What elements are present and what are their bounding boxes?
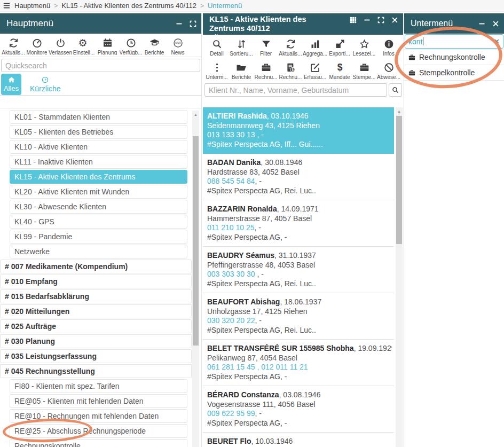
breadcrumb-item-kl15[interactable]: KL15 - Aktive Klienten des Zentrums 40/1… (61, 2, 196, 10)
toolbar-button-planung[interactable]: Planung (96, 35, 119, 57)
close-icon[interactable] (492, 20, 500, 28)
folder-icon (236, 62, 247, 73)
client-search-button[interactable] (389, 83, 402, 97)
menu-item-045-rechnungsstellung[interactable]: # 045 Rechnungsstellung (0, 364, 192, 378)
grid-icon[interactable] (349, 16, 357, 24)
client-row-object-object[interactable]: BAZZARIN Ronalda14.09.1971 Hammerstrasse… (203, 200, 394, 247)
client-row-object-object[interactable]: BEAUDRY Séamus31.10.1937 Pfeffingerstras… (203, 247, 394, 293)
client-list-scrollbar[interactable]: ▲ (396, 107, 403, 447)
menu-item-025-auftr-ge[interactable]: # 025 Aufträge (0, 319, 192, 333)
menu-item-kl20-aktive-klienten-mit-wunden[interactable]: KL20 - Aktive Klienten mit Wunden (10, 185, 187, 199)
menu-item-label: KL05 - Klienten des Betriebes (14, 128, 113, 136)
menu-item-015-bedarfsabkl-rung[interactable]: # 015 Bedarfsabklärung (0, 289, 192, 303)
menu-item-kl10-aktive-klienten[interactable]: KL10 - Aktive Klienten (10, 140, 187, 154)
client-row-object-object[interactable]: ALTIERI Rashida03.10.1946 Seidenmannweg … (203, 107, 394, 154)
scroll-up-icon[interactable]: ▲ (396, 107, 403, 115)
maximize-icon[interactable] (189, 20, 197, 28)
submenu-search-input[interactable]: kont (405, 34, 503, 49)
application-window: Hauptmenü > KL15 - Aktive Klienten des Z… (0, 0, 504, 447)
menu-item-netzwerke[interactable]: Netzwerke (10, 245, 187, 258)
menu-item-020-mitteilungen[interactable]: # 020 Mitteilungen (0, 304, 192, 318)
toolbar-button-erfassu[interactable]: Erfassu... (303, 60, 327, 82)
menu-item-re-05-klienten-mit-fehlenden-daten[interactable]: RE@05 - Klienten mit fehlenden Daten (10, 394, 187, 408)
menu-item-re-25-abschluss-rechnungsperiode[interactable]: RE@25 - Abschluss Rechnungsperiode (10, 424, 187, 438)
menu-item-010-empfang[interactable]: # 010 Empfang (0, 275, 192, 288)
toolbar-button-rechnu[interactable]: Rechnu... (254, 60, 278, 82)
breadcrumb-item-untermenu[interactable]: Untermenü (208, 2, 242, 10)
client-row-object-object[interactable]: BÉRARD Constanza03.08.1946 Vogesenstrass… (203, 386, 394, 433)
breadcrumb-item-hauptmenu[interactable]: Hauptmenü (14, 2, 50, 10)
client-phone-link[interactable]: 011 210 10 25 (207, 223, 255, 232)
client-toolbar-row1: Detail Sortieru... Filter Aktualis... Ag… (203, 35, 403, 58)
toolbar-button-rechnu[interactable]: $ Rechnu... (278, 60, 303, 82)
scroll-up-icon[interactable]: ▲ (192, 111, 199, 118)
menu-item-fi80-klienten-mit-spez-tarifen[interactable]: FI80 - Klienten mit spez. Tarifen (10, 379, 187, 393)
toolbar-button-berichte[interactable]: Berichte (229, 60, 254, 82)
toolbar-button-label: Berichte (145, 50, 164, 55)
menu-item-rechnungskontrolle[interactable]: Rechnungskontrolle (10, 439, 187, 447)
client-phone-link[interactable]: 088 545 54 84 (207, 177, 255, 185)
toolbar-button-abwese[interactable]: Abwese... (376, 60, 401, 82)
submenu-item-stempelkontrolle[interactable]: Stempelkontrolle (404, 65, 504, 81)
toolbar-button-unterm[interactable]: Unterm... (204, 60, 229, 82)
toolbar-button-infos[interactable]: Infos (376, 36, 401, 58)
close-icon[interactable] (391, 16, 399, 24)
scrollbar-thumb[interactable] (193, 136, 199, 346)
minimize-icon[interactable] (363, 16, 371, 24)
menu-item-007-medikamente-kompendium[interactable]: # 007 Medikamente (Kompendium) (0, 260, 192, 273)
hamburger-icon[interactable] (3, 2, 11, 10)
menu-item-kl30-abwesende-klienten[interactable]: KL30 - Abwesende Klienten (10, 200, 187, 214)
menu-item-kl11-inaktive-klienten[interactable]: KL11 - Inaktive Klienten (10, 155, 187, 169)
menu-item-label: # 020 Mitteilungen (5, 307, 69, 316)
minimize-icon[interactable] (478, 20, 486, 28)
menu-item-030-planung[interactable]: # 030 Planung (0, 334, 192, 348)
toolbar-button-monitore[interactable]: Monitore (25, 35, 49, 57)
menu-item-re-10-rechnungen-mit-fehlenden-daten[interactable]: RE@10 - Rechnungen mit fehlenden Daten (10, 409, 187, 423)
client-phone-link[interactable]: 003 303 30 30 (207, 270, 255, 278)
toolbar-button-verlassen[interactable]: Verlassen (49, 35, 72, 57)
toolbar-button-news[interactable]: MUX News (166, 35, 190, 57)
client-row-object-object[interactable]: BEURET Flo10.03.1946 Ormalingerweg 87, 4… (203, 433, 394, 447)
toolbar-button-berichte[interactable]: Berichte (143, 35, 166, 57)
filter-icon (261, 38, 272, 50)
client-phone-link[interactable]: 013 133 30 13 (207, 130, 255, 139)
toolbar-button-aggrega[interactable]: Aggrega... (303, 36, 327, 58)
toolbar-button-exporti[interactable]: Exporti... (327, 36, 352, 58)
toolbar-button-aktualis[interactable]: Aktualis... (2, 35, 25, 57)
main-menu-scrollbar[interactable]: ▲ (192, 111, 199, 447)
client-phone-link[interactable]: 030 320 20 22 (207, 316, 255, 325)
quicksearch-input[interactable] (1, 59, 200, 72)
client-phone-suffix: , - (255, 177, 262, 185)
maximize-icon[interactable] (377, 16, 385, 24)
toolbar-button-sortieru[interactable]: Sortieru... (229, 36, 254, 58)
toolbar-button-label: Berichte (232, 74, 251, 80)
minimize-icon[interactable] (175, 20, 183, 28)
toolbar-button-stempe[interactable]: Stempe... (352, 60, 376, 82)
client-phone-link[interactable]: 009 622 95 99 (207, 409, 255, 418)
scrollbar-thumb[interactable] (396, 116, 402, 244)
client-row-object-object[interactable]: BEAUFORT Abishag18.06.1937 Unholzgasse 1… (203, 293, 394, 340)
tab-alles[interactable]: Alles (1, 74, 21, 95)
toolbar-button-aktualis[interactable]: Aktualis... (278, 36, 303, 58)
toolbar-button-filter[interactable]: Filter (254, 36, 278, 58)
submenu-results: Rechnungskontrolle Stempelkontrolle (404, 49, 504, 81)
client-phone-link[interactable]: 061 281 15 45 , 012 011 11 21 (207, 363, 308, 371)
clear-icon[interactable] (493, 38, 500, 45)
tab-kuerzliche[interactable]: Kürzliche (21, 74, 69, 95)
menu-item-kl01-stammdaten-klienten[interactable]: KL01 - Stammdaten Klienten (10, 110, 187, 124)
client-row-object-object[interactable]: BADAN Danika30.08.1946 Hardstrasse 83, 4… (203, 154, 394, 200)
toolbar-button-lesezei[interactable]: Lesezei... (352, 36, 376, 58)
menu-item-kl40-gps[interactable]: KL40 - GPS (10, 215, 187, 229)
client-row-object-object[interactable]: BELET TRANSFÉRÉ SUR 155985 Shobha19.09.1… (203, 340, 394, 386)
toolbar-button-mandate[interactable]: $ Mandate (327, 60, 352, 82)
toolbar-button-einstell[interactable]: ⚙ Einstell... (72, 35, 96, 57)
toolbar-button-detail[interactable]: Detail (204, 36, 229, 58)
toolbar-button-verf-gb[interactable]: Verfügb... (119, 35, 143, 57)
menu-item-035-leistungserfassung[interactable]: # 035 Leistungserfassung (0, 349, 192, 363)
client-search-input[interactable] (204, 83, 387, 97)
menu-item-kl99-pandemie[interactable]: KL99 - Pandemie (10, 230, 187, 244)
toolbar-button-label: Erfassu... (304, 74, 326, 80)
submenu-item-rechnungskontrolle[interactable]: Rechnungskontrolle (404, 50, 504, 65)
menu-item-kl15-aktive-klienten-des-zentrums[interactable]: KL15 - Aktive Klienten des Zentrums (10, 170, 187, 184)
menu-item-kl05-klienten-des-betriebes[interactable]: KL05 - Klienten des Betriebes (10, 125, 187, 139)
